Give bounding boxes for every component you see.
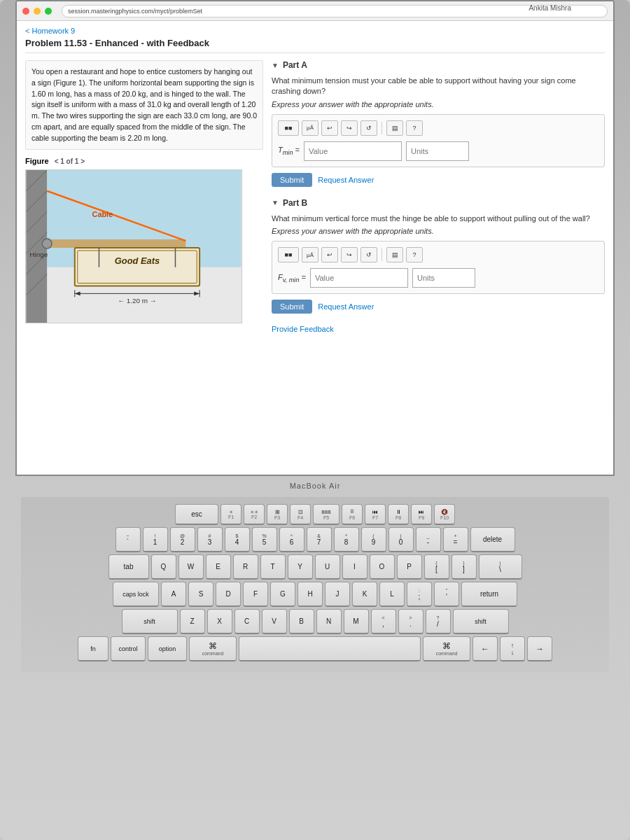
f2-key[interactable]: ☀☀ F2 [244, 504, 265, 525]
period-key[interactable]: >. [398, 609, 424, 634]
left-arrow-key[interactable]: ← [472, 636, 498, 662]
semicolon-key[interactable]: :; [407, 582, 432, 607]
part-b-undo-btn[interactable]: ↩ [321, 247, 338, 262]
y-key[interactable]: Y [288, 554, 313, 580]
t-key[interactable]: T [260, 554, 286, 580]
quote-key[interactable]: "' [434, 582, 459, 607]
part-a-keyboard-btn[interactable]: ▤ [386, 120, 403, 136]
5-key[interactable]: %5 [252, 527, 277, 552]
part-b-symbol-btn[interactable]: μÅ [302, 247, 318, 262]
equals-key[interactable]: += [443, 527, 468, 552]
part-b-submit-btn[interactable]: Submit [272, 300, 312, 314]
left-shift-key[interactable]: shift [122, 609, 178, 634]
esc-key[interactable]: esc [175, 504, 218, 525]
f10-key[interactable]: 🔇 F10 [434, 504, 455, 525]
slash-key[interactable]: ?/ [426, 609, 451, 634]
x-key[interactable]: X [207, 609, 232, 634]
1-key[interactable]: !1 [143, 527, 168, 552]
h-key[interactable]: H [298, 582, 323, 607]
part-a-refresh-btn[interactable]: ↺ [360, 120, 377, 136]
delete-key[interactable]: delete [470, 527, 515, 552]
a-key[interactable]: A [161, 582, 186, 607]
nav-back[interactable]: Homework 9 [25, 27, 605, 35]
part-b-value-input[interactable] [310, 268, 408, 288]
part-b-refresh-btn[interactable]: ↺ [360, 247, 377, 262]
w-key[interactable]: W [178, 554, 204, 580]
part-a-submit-btn[interactable]: Submit [272, 173, 312, 187]
n-key[interactable]: N [316, 609, 342, 634]
part-a-redo-btn[interactable]: ↪ [341, 120, 358, 136]
close-dot[interactable] [22, 8, 29, 15]
part-a-matrix-btn[interactable]: ■■ [278, 120, 299, 136]
left-option-key[interactable]: option [148, 636, 187, 662]
f6-key[interactable]: ⠿ F6 [342, 504, 363, 525]
f7-key[interactable]: ⏮ F7 [365, 504, 386, 525]
maximize-dot[interactable] [45, 8, 52, 15]
2-key[interactable]: @2 [170, 527, 195, 552]
k-key[interactable]: K [352, 582, 377, 607]
q-key[interactable]: Q [151, 554, 176, 580]
right-shift-key[interactable]: shift [453, 609, 509, 634]
f9-key[interactable]: ⏭ F9 [411, 504, 432, 525]
3-key[interactable]: #3 [197, 527, 223, 552]
part-a-undo-btn[interactable]: ↩ [321, 120, 338, 136]
o-key[interactable]: O [370, 554, 395, 580]
part-b-redo-btn[interactable]: ↪ [341, 247, 358, 262]
minus-key[interactable]: _- [416, 527, 441, 552]
return-key[interactable]: return [461, 582, 517, 607]
caps-lock-key[interactable]: caps lock [113, 582, 159, 607]
f8-key[interactable]: ⏸ F8 [388, 504, 409, 525]
g-key[interactable]: G [270, 582, 295, 607]
rbracket-key[interactable]: }] [451, 554, 477, 580]
f-key[interactable]: F [243, 582, 268, 607]
i-key[interactable]: I [342, 554, 368, 580]
m-key[interactable]: M [344, 609, 369, 634]
lbracket-key[interactable]: {[ [424, 554, 449, 580]
backslash-key[interactable]: |\ [479, 554, 522, 580]
b-key[interactable]: B [289, 609, 314, 634]
part-a-symbol-btn[interactable]: μÅ [302, 120, 318, 136]
part-b-keyboard-btn[interactable]: ▤ [386, 247, 403, 262]
comma-key[interactable]: <, [371, 609, 396, 634]
c-key[interactable]: C [234, 609, 260, 634]
up-down-arrow-keys[interactable]: ↑↓ [500, 636, 525, 662]
l-key[interactable]: L [379, 582, 405, 607]
7-key[interactable]: &7 [307, 527, 332, 552]
s-key[interactable]: S [188, 582, 214, 607]
provide-feedback-link[interactable]: Provide Feedback [272, 325, 605, 333]
part-a-units-input[interactable] [406, 141, 469, 161]
part-a-value-input[interactable] [304, 141, 402, 161]
8-key[interactable]: *8 [334, 527, 359, 552]
j-key[interactable]: J [325, 582, 350, 607]
r-key[interactable]: R [233, 554, 258, 580]
f4-key[interactable]: ⊡ F4 [290, 504, 311, 525]
6-key[interactable]: ^6 [279, 527, 304, 552]
f5-key[interactable]: 888 F5 [313, 504, 340, 525]
minimize-dot[interactable] [34, 8, 41, 15]
left-command-key[interactable]: ⌘ command [189, 636, 237, 662]
part-b-request-link[interactable]: Request Answer [318, 300, 374, 314]
control-key[interactable]: control [111, 636, 146, 662]
9-key[interactable]: (9 [361, 527, 386, 552]
part-a-request-link[interactable]: Request Answer [318, 173, 374, 187]
part-b-matrix-btn[interactable]: ■■ [278, 247, 299, 262]
f3-key[interactable]: ⊞ F3 [267, 504, 288, 525]
fn-key[interactable]: fn [78, 636, 108, 662]
right-arrow-key[interactable]: → [527, 636, 552, 662]
p-key[interactable]: P [397, 554, 422, 580]
0-key[interactable]: )0 [388, 527, 414, 552]
z-key[interactable]: Z [180, 609, 205, 634]
part-b-units-input[interactable] [412, 268, 475, 288]
e-key[interactable]: E [206, 554, 231, 580]
part-b-help-btn[interactable]: ? [406, 247, 423, 262]
right-command-key[interactable]: ⌘ command [423, 636, 470, 662]
u-key[interactable]: U [315, 554, 340, 580]
d-key[interactable]: D [216, 582, 241, 607]
4-key[interactable]: $4 [225, 527, 250, 552]
f1-key[interactable]: ☀ F1 [220, 504, 241, 525]
v-key[interactable]: V [262, 609, 287, 634]
space-key[interactable] [239, 636, 421, 662]
backtick-key[interactable]: ~` [115, 527, 141, 552]
tab-key[interactable]: tab [108, 554, 149, 580]
part-a-help-btn[interactable]: ? [406, 120, 423, 136]
